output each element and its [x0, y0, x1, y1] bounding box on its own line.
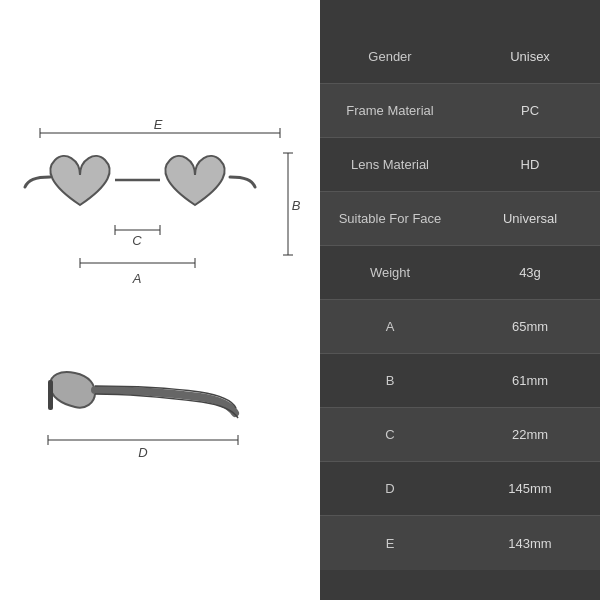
- spec-row: E143mm: [320, 516, 600, 570]
- spec-value: 43g: [460, 265, 600, 280]
- main-container: E B C: [0, 0, 600, 600]
- spec-label: Weight: [320, 265, 460, 280]
- spec-row: D145mm: [320, 462, 600, 516]
- spec-value: PC: [460, 103, 600, 118]
- svg-text:E: E: [154, 117, 163, 132]
- spec-label: E: [320, 536, 460, 551]
- spec-row: Suitable For FaceUniversal: [320, 192, 600, 246]
- spec-row: Lens MaterialHD: [320, 138, 600, 192]
- spec-label: Frame Material: [320, 103, 460, 118]
- glasses-side-view: D: [20, 355, 300, 485]
- glasses-top-view: E B C: [20, 115, 300, 335]
- spec-label: A: [320, 319, 460, 334]
- spec-label: C: [320, 427, 460, 442]
- spec-value: 65mm: [460, 319, 600, 334]
- svg-text:C: C: [132, 233, 142, 248]
- svg-text:A: A: [132, 271, 142, 286]
- spec-value: Unisex: [460, 49, 600, 64]
- left-panel: E B C: [0, 0, 320, 600]
- spec-value: 145mm: [460, 481, 600, 496]
- spec-label: Gender: [320, 49, 460, 64]
- spec-value: HD: [460, 157, 600, 172]
- svg-text:D: D: [138, 445, 147, 460]
- spec-row: A65mm: [320, 300, 600, 354]
- spec-label: Suitable For Face: [320, 211, 460, 226]
- spec-row: C22mm: [320, 408, 600, 462]
- glasses-side-svg: D: [20, 355, 300, 475]
- spec-value: 143mm: [460, 536, 600, 551]
- spec-value: 61mm: [460, 373, 600, 388]
- glasses-top-svg: E B C: [20, 115, 300, 315]
- spec-row: Weight43g: [320, 246, 600, 300]
- spec-label: Lens Material: [320, 157, 460, 172]
- svg-text:B: B: [292, 198, 300, 213]
- svg-rect-17: [48, 380, 53, 410]
- spec-value: Universal: [460, 211, 600, 226]
- spec-row: B61mm: [320, 354, 600, 408]
- spec-value: 22mm: [460, 427, 600, 442]
- spec-label: B: [320, 373, 460, 388]
- spec-label: D: [320, 481, 460, 496]
- spec-row: Frame MaterialPC: [320, 84, 600, 138]
- specs-table: GenderUnisexFrame MaterialPCLens Materia…: [320, 0, 600, 600]
- spec-row: GenderUnisex: [320, 30, 600, 84]
